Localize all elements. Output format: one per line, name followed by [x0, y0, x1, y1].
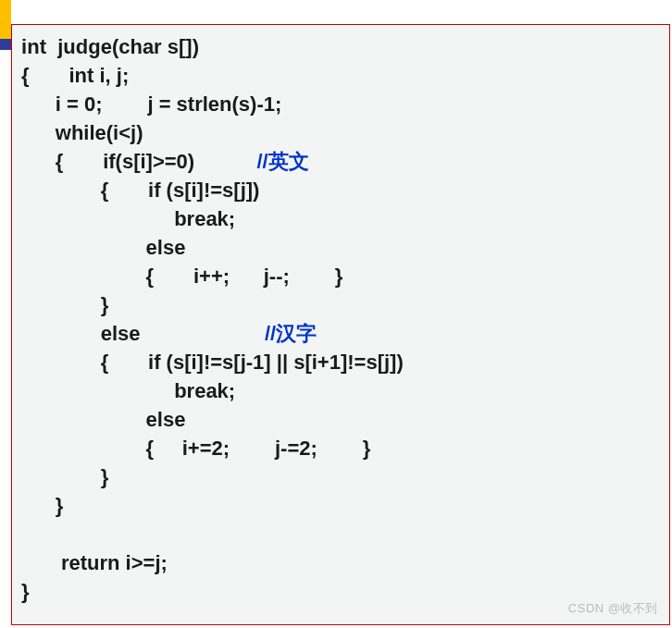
comment-chinese: //汉字 [265, 322, 317, 345]
code-line: int judge(char s[]) [16, 35, 199, 58]
code-line: { int i, j; [16, 64, 129, 87]
decoration-yellow-stripe [0, 0, 11, 39]
code-line: i = 0; j = strlen(s)-1; [16, 92, 281, 116]
code-line: { if (s[i]!=s[j-1] || s[i+1]!=s[j]) [16, 351, 404, 374]
code-line: } [16, 465, 108, 488]
code-line: { if(s[i]>=0) [16, 150, 256, 173]
code-line: else [16, 322, 265, 345]
decoration-blue-corner [0, 39, 11, 50]
comment-english: //英文 [256, 150, 308, 173]
code-line: while(i<j) [16, 121, 143, 144]
code-line: { i+=2; j-=2; } [16, 437, 370, 460]
watermark: CSDN @收不到 [568, 600, 658, 617]
code-line: else [16, 408, 185, 431]
code-line: break; [16, 207, 235, 230]
code-line: else [16, 236, 185, 259]
code-line: } [16, 293, 108, 316]
code-snippet-box: int judge(char s[]) { int i, j; i = 0; j… [11, 24, 670, 625]
code-line: } [16, 580, 30, 603]
code-line: return i>=j; [16, 551, 168, 574]
code-line: break; [16, 379, 235, 402]
code-content: int judge(char s[]) { int i, j; i = 0; j… [16, 32, 669, 606]
code-line: } [16, 494, 63, 517]
code-line: { if (s[i]!=s[j]) [16, 179, 259, 202]
code-line: { i++; j--; } [16, 265, 342, 288]
